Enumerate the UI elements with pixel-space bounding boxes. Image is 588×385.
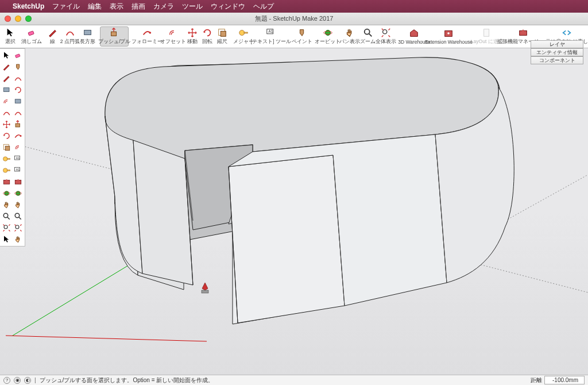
toolbar-orbit[interactable]: オービット xyxy=(316,27,339,46)
side-tool-29[interactable] xyxy=(13,211,24,222)
svg-line-13 xyxy=(369,34,372,37)
side-tool-24[interactable] xyxy=(1,188,12,199)
toolbar-rotate[interactable]: 回転 xyxy=(200,27,214,46)
svg-text:A1: A1 xyxy=(268,29,273,33)
arc-icon xyxy=(65,28,75,38)
status-geo-icon[interactable]: ◐ xyxy=(24,377,31,384)
toolbar-move[interactable]: 移動 xyxy=(185,27,199,46)
side-tool-3[interactable] xyxy=(13,61,24,72)
panel-components[interactable]: コンポーネント xyxy=(531,56,583,64)
side-tool-23[interactable] xyxy=(13,176,24,187)
toolbar-zoomext-label: 全体表示 xyxy=(376,38,396,45)
toolbar-zoomext[interactable]: 全体表示 xyxy=(377,27,396,46)
svg-rect-28 xyxy=(15,54,20,58)
side-tool-22[interactable] xyxy=(1,176,12,187)
toolbar-layout[interactable]: LayOut に送信 xyxy=(473,27,501,46)
side-tool-11[interactable] xyxy=(13,107,24,118)
distance-value[interactable]: -100.0mm xyxy=(544,376,585,384)
toolbar-zoom[interactable]: ズーム xyxy=(361,27,376,46)
toolbar-arc[interactable]: 2 点円弧 xyxy=(61,27,79,46)
menu-edit[interactable]: 編集 xyxy=(88,2,102,11)
side-tool-17[interactable] xyxy=(13,142,24,153)
side-tool-16[interactable] xyxy=(1,142,12,153)
toolbar-eraser[interactable]: 消しゴム xyxy=(22,27,41,46)
side-tool-26[interactable] xyxy=(1,199,12,210)
extwh-icon xyxy=(443,28,454,38)
minimize-button[interactable] xyxy=(15,16,21,22)
side-tool-7[interactable] xyxy=(13,84,24,95)
panel-layers[interactable]: レイヤ xyxy=(531,40,583,48)
toolbar-extwh[interactable]: Extension Warehouse xyxy=(429,28,468,45)
toolbar-line[interactable]: 線 xyxy=(46,27,60,46)
undo-icon xyxy=(562,28,572,38)
toolbar-rectangle[interactable]: 長方形 xyxy=(80,27,95,46)
menu-camera[interactable]: カメラ xyxy=(153,2,174,11)
side-tool-33[interactable] xyxy=(13,234,24,245)
side-tool-5[interactable] xyxy=(13,73,24,84)
distance-label: 距離 xyxy=(531,376,542,384)
side-tool-18[interactable] xyxy=(1,153,12,164)
menu-draw[interactable]: 描画 xyxy=(131,2,145,11)
text-icon: A1 xyxy=(266,28,276,38)
menu-help[interactable]: ヘルプ xyxy=(253,2,274,11)
side-tool-21[interactable]: A1 xyxy=(13,165,24,176)
panel-entity-info[interactable]: エンティティ情報 xyxy=(531,48,583,56)
select-icon xyxy=(5,28,16,38)
side-tool-15[interactable] xyxy=(13,130,24,141)
status-bar: ? ◉ ◐ | プッシュ/プルする面を選択します。Option = 新しい開始面… xyxy=(0,375,588,385)
menu-view[interactable]: 表示 xyxy=(110,2,123,11)
toolbar-followme[interactable]: フォローミー xyxy=(134,27,160,46)
side-tool-6[interactable] xyxy=(1,84,12,95)
svg-point-16 xyxy=(448,32,450,34)
toolbar-tape[interactable]: メジャー xyxy=(234,27,253,46)
side-tool-32[interactable] xyxy=(1,234,12,245)
rectangle-icon xyxy=(83,28,93,38)
side-tool-9[interactable] xyxy=(13,96,24,107)
side-tool-12[interactable] xyxy=(1,119,12,130)
menu-tools[interactable]: ツール xyxy=(182,2,203,11)
side-tool-14[interactable] xyxy=(1,130,12,141)
status-help-icon[interactable]: ? xyxy=(3,377,10,384)
side-tool-20[interactable] xyxy=(1,165,12,176)
tape-icon xyxy=(238,28,249,38)
side-tool-31[interactable] xyxy=(13,222,24,233)
toolbar-pushpull[interactable]: プッシュ/プル xyxy=(100,26,129,47)
toolbar-move-label: 移動 xyxy=(187,38,198,45)
toolbar-scale[interactable]: 縮尺 xyxy=(215,27,229,46)
viewport-3d[interactable] xyxy=(0,48,588,375)
toolbar-pan[interactable]: パン表示 xyxy=(341,27,359,46)
menu-window[interactable]: ウィンドウ xyxy=(211,2,245,11)
svg-point-56 xyxy=(16,225,19,229)
side-tool-2[interactable] xyxy=(1,61,12,72)
side-tool-30[interactable] xyxy=(1,222,12,233)
app-name[interactable]: SketchUp xyxy=(13,2,44,10)
right-panels: レイヤ エンティティ情報 コンポーネント xyxy=(531,40,583,64)
menu-file[interactable]: ファイル xyxy=(52,2,80,11)
side-tool-27[interactable] xyxy=(13,199,24,210)
toolbar-offset-label: オフセット xyxy=(160,38,186,45)
side-tool-19[interactable]: A1 xyxy=(13,153,24,164)
toolbar-select[interactable]: 選択 xyxy=(3,27,17,46)
toolbar-paint[interactable]: ペイント xyxy=(292,27,311,46)
svg-rect-5 xyxy=(220,31,226,36)
toolbar-layout-label: LayOut に送信 xyxy=(471,38,504,45)
svg-text:A1: A1 xyxy=(16,156,20,160)
status-user-icon[interactable]: ◉ xyxy=(14,377,21,384)
side-tool-4[interactable] xyxy=(1,73,12,84)
side-tool-0[interactable] xyxy=(1,50,12,61)
toolbar-3dwh[interactable]: 3D Warehouse xyxy=(400,28,428,45)
main-toolbar: 選択消しゴム線2 点円弧長方形プッシュ/プルフォローミーオフセット移動回転縮尺メ… xyxy=(0,25,588,48)
toolbar-text[interactable]: A1[テキスト] ツール xyxy=(254,27,287,46)
svg-rect-30 xyxy=(15,99,21,103)
side-tool-8[interactable] xyxy=(1,96,12,107)
close-button[interactable] xyxy=(5,16,11,22)
side-tool-1[interactable] xyxy=(13,50,24,61)
zoom-button[interactable] xyxy=(25,16,32,22)
scale-icon xyxy=(217,28,227,38)
side-tool-10[interactable] xyxy=(1,107,12,118)
side-tool-25[interactable] xyxy=(13,188,24,199)
side-tool-13[interactable] xyxy=(13,119,24,130)
svg-rect-34 xyxy=(5,146,10,151)
toolbar-offset[interactable]: オフセット xyxy=(161,27,184,46)
side-tool-28[interactable] xyxy=(1,211,12,222)
